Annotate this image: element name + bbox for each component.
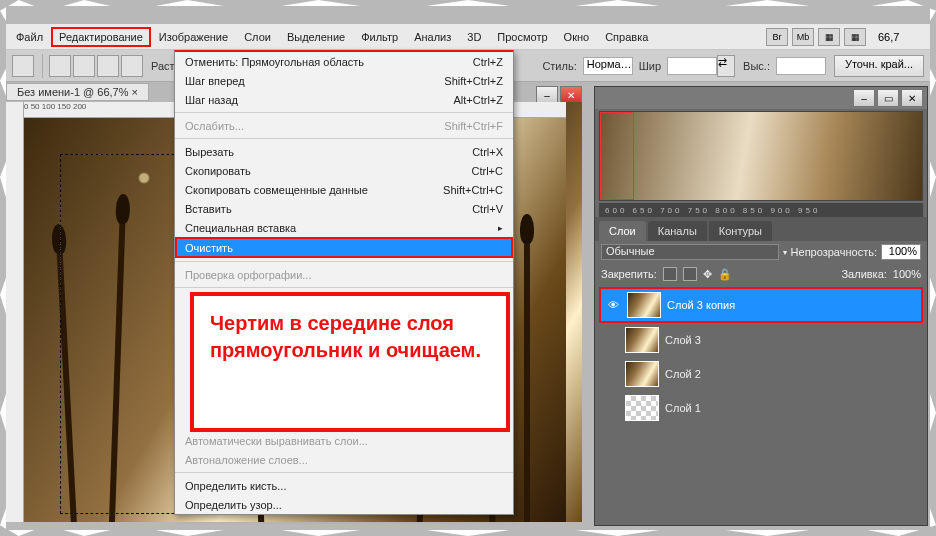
layer-name[interactable]: Слой 1 <box>665 402 919 414</box>
menubar-zoom[interactable]: 66,7 <box>878 31 928 43</box>
lock-all-icon[interactable]: 🔒 <box>718 268 732 281</box>
menu-help[interactable]: Справка <box>597 27 656 47</box>
layer-name[interactable]: Слой 2 <box>665 368 919 380</box>
menu-item-paste-special[interactable]: Специальная вставка <box>175 218 513 237</box>
blend-mode-select[interactable]: Обычные <box>601 244 779 260</box>
layers-panel-chrome: – ▭ ✕ <box>595 87 927 109</box>
menu-item-copy-merged[interactable]: Скопировать совмещенные данныеShift+Ctrl… <box>175 180 513 199</box>
document-tab[interactable]: Без имени-1 @ 66,7% × <box>6 83 149 101</box>
opt-mode-sub[interactable] <box>97 55 119 77</box>
layer-thumbnail[interactable] <box>625 327 659 353</box>
opacity-field[interactable]: 100% <box>881 244 921 260</box>
menu-item-cut[interactable]: ВырезатьCtrl+X <box>175 142 513 161</box>
layer-row[interactable]: Слой 2 <box>599 357 923 391</box>
menubar-tile-3[interactable]: ▦ <box>818 28 840 46</box>
tab-layers[interactable]: Слои <box>599 221 646 241</box>
lock-move-icon[interactable]: ✥ <box>703 268 712 281</box>
menu-item-paste[interactable]: ВставитьCtrl+V <box>175 199 513 218</box>
swap-wh-icon[interactable]: ⇄ <box>717 55 735 77</box>
chevron-down-icon: ▾ <box>783 248 787 257</box>
opacity-label: Непрозрачность: <box>791 246 877 258</box>
layer-thumbnail[interactable] <box>625 395 659 421</box>
menu-analysis[interactable]: Анализ <box>406 27 459 47</box>
document-tabs: Без имени-1 @ 66,7% × <box>6 82 149 102</box>
panel-close-button[interactable]: ✕ <box>901 89 923 107</box>
layer-row[interactable]: Слой 1 <box>599 391 923 425</box>
opt-mode-add[interactable] <box>73 55 95 77</box>
menu-item-step-forward[interactable]: Шаг впередShift+Ctrl+Z <box>175 71 513 90</box>
panel-min-button[interactable]: – <box>853 89 875 107</box>
opt-mode-new[interactable] <box>49 55 71 77</box>
layers-lock-row: Закрепить: ✥ 🔒 Заливка: 100% <box>595 263 927 285</box>
edit-menu-dropdown: Отменить: Прямоугольная областьCtrl+Z Ша… <box>174 50 514 515</box>
menu-item-clear[interactable]: Очистить <box>175 237 513 258</box>
layer-name[interactable]: Слой 3 копия <box>667 299 917 311</box>
layers-panel: – ▭ ✕ 600 650 700 750 800 850 900 950 Сл… <box>594 86 928 526</box>
navigator-thumbnail[interactable] <box>599 111 923 201</box>
menu-edit[interactable]: Редактирование <box>51 27 151 47</box>
menu-item-fade: Ослабить...Shift+Ctrl+F <box>175 116 513 135</box>
document-tab-title: Без имени-1 @ 66,7% × <box>17 86 138 98</box>
layers-blend-row: Обычные ▾ Непрозрачность: 100% <box>595 241 927 263</box>
menu-item-auto-align: Автоматически выравнивать слои... <box>175 431 513 450</box>
lock-transparency-icon[interactable] <box>663 267 677 281</box>
opt-h-field[interactable] <box>776 57 826 75</box>
lock-pixels-icon[interactable] <box>683 267 697 281</box>
visibility-eye-icon[interactable]: 👁 <box>605 299 621 311</box>
marquee-tool-icon[interactable] <box>12 55 34 77</box>
menu-image[interactable]: Изображение <box>151 27 236 47</box>
menu-file[interactable]: Файл <box>8 27 51 47</box>
panel-max-button[interactable]: ▭ <box>877 89 899 107</box>
menu-item-spellcheck: Проверка орфографии... <box>175 265 513 284</box>
menu-item-auto-blend: Автоналожение слоев... <box>175 450 513 469</box>
menu-item-undo[interactable]: Отменить: Прямоугольная областьCtrl+Z <box>175 52 513 71</box>
refine-edge-button[interactable]: Уточн. край... <box>834 55 924 77</box>
fill-label: Заливка: <box>841 268 886 280</box>
fill-field[interactable]: 100% <box>893 268 921 280</box>
layer-name[interactable]: Слой 3 <box>665 334 919 346</box>
menu-item-step-back[interactable]: Шаг назадAlt+Ctrl+Z <box>175 90 513 109</box>
navigator-ruler: 600 650 700 750 800 850 900 950 <box>599 203 923 217</box>
opt-style-label: Стиль: <box>542 60 576 72</box>
menu-layers[interactable]: Слои <box>236 27 279 47</box>
navigator-viewframe[interactable] <box>600 112 634 200</box>
opt-mode-intersect[interactable] <box>121 55 143 77</box>
annotation-callout: Чертим в середине слоя прямоугольник и о… <box>190 292 510 432</box>
menu-filter[interactable]: Фильтр <box>353 27 406 47</box>
tab-channels[interactable]: Каналы <box>648 221 707 241</box>
layer-row[interactable]: 👁 Слой 3 копия <box>599 287 923 323</box>
opt-w-field[interactable] <box>667 57 717 75</box>
layers-list: 👁 Слой 3 копия Слой 3 Слой 2 Слой 1 <box>595 285 927 427</box>
menu-item-define-pattern[interactable]: Определить узор... <box>175 495 513 514</box>
menubar-tile-4[interactable]: ▦ <box>844 28 866 46</box>
menu-window[interactable]: Окно <box>556 27 598 47</box>
panel-tabs: Слои Каналы Контуры <box>595 217 927 241</box>
menubar-tile-br[interactable]: Br <box>766 28 788 46</box>
menu-select[interactable]: Выделение <box>279 27 353 47</box>
menu-item-copy[interactable]: СкопироватьCtrl+C <box>175 161 513 180</box>
menu-3d[interactable]: 3D <box>459 27 489 47</box>
tab-paths[interactable]: Контуры <box>709 221 772 241</box>
layer-row[interactable]: Слой 3 <box>599 323 923 357</box>
menu-item-define-brush[interactable]: Определить кисть... <box>175 476 513 495</box>
layer-thumbnail[interactable] <box>627 292 661 318</box>
opt-style-select[interactable]: Норма… <box>583 57 633 75</box>
menu-view[interactable]: Просмотр <box>489 27 555 47</box>
menubar-tile-mb[interactable]: Mb <box>792 28 814 46</box>
opt-w-label: Шир <box>639 60 661 72</box>
ruler-vertical <box>6 102 24 522</box>
layer-thumbnail[interactable] <box>625 361 659 387</box>
opt-h-label: Выс.: <box>743 60 770 72</box>
annotation-text: Чертим в середине слоя прямоугольник и о… <box>210 310 490 364</box>
menubar: Файл Редактирование Изображение Слои Выд… <box>6 24 930 50</box>
lock-label: Закрепить: <box>601 268 657 280</box>
